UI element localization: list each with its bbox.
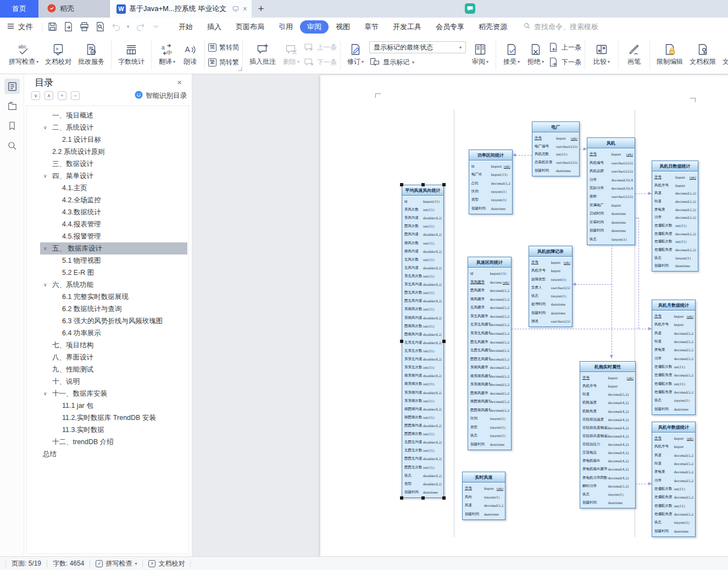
toc-item[interactable]: ∨五、 数据库设计 — [40, 242, 187, 254]
catalog-pane-icon[interactable] — [4, 98, 20, 114]
toc-item[interactable]: 6.3 强大的风势折线与风频玫瑰图 — [27, 315, 188, 327]
save-button[interactable] — [46, 20, 59, 34]
toc-item[interactable]: 4.5.报警管理 — [27, 230, 188, 242]
expand-level-icon[interactable]: + — [58, 91, 66, 100]
er-table[interactable]: 实时风速序号bigint(pk)风向tinyint(1)风速decimal(5,… — [462, 472, 505, 520]
er-table[interactable]: 风机日数据统计序号bigint(pk)风机序号bigint风速decimal(5… — [652, 161, 698, 272]
close-tab-icon[interactable]: × — [243, 4, 247, 13]
insert-comment-button[interactable]: 插入批注 — [246, 39, 279, 71]
ribbon-tab-审阅[interactable]: 审阅 — [300, 20, 329, 34]
ribbon-tab-开始[interactable]: 开始 — [171, 20, 200, 34]
toc-item[interactable]: 11.2.实时数据库 TrendDB 安装 — [27, 412, 188, 424]
er-table[interactable]: 平均风速风向统计idbigint(11)东风次数int(11)东风均速doubl… — [402, 185, 444, 498]
caret-button[interactable]: ▾ — [125, 20, 131, 34]
spell-check-button[interactable]: abc拼写检查▾ — [5, 39, 42, 71]
collapse-arrow-icon[interactable]: ∨ — [43, 125, 47, 130]
trad-to-simp-button[interactable]: 简繁转简 — [208, 41, 239, 53]
toc-item[interactable]: 6.2 数据统计与查询 — [27, 303, 188, 315]
selection-handle[interactable] — [421, 183, 425, 186]
show-markup-button[interactable]: 显示标记▾ — [369, 56, 466, 68]
toc-item[interactable]: 4.2.全场监控 — [27, 194, 188, 206]
er-table[interactable]: 风机序号bigint(pk)风机编号varchar(255)风机品牌varcha… — [587, 137, 635, 245]
spell-check-toggle[interactable]: ✓ 拼写检查 ▾ — [96, 559, 137, 568]
toc-item[interactable]: 11.1 jar 包 — [27, 400, 188, 412]
ribbon-tab-视图[interactable]: 视图 — [329, 20, 357, 34]
toc-item[interactable]: 2.2 系统设计原则 — [27, 146, 188, 158]
find-pane-icon[interactable] — [4, 138, 20, 153]
collapse-arrow-icon[interactable]: ∨ — [43, 282, 47, 287]
read-aloud-button[interactable]: A朗读 — [179, 39, 201, 71]
toc-item[interactable]: 4.3.数据统计 — [27, 206, 188, 218]
toc-item[interactable]: ∨十一、数据库安装 — [27, 388, 188, 400]
selection-handle[interactable] — [442, 496, 446, 500]
file-menu-button[interactable]: 文件 — [7, 22, 40, 32]
delete-comment-button[interactable]: 删除▾ — [279, 39, 303, 71]
review-pane-button[interactable]: 审阅▾ — [468, 39, 492, 71]
markup-state-select[interactable]: 显示标记的最终状态▾ — [369, 41, 466, 53]
er-table[interactable]: 功率区间统计idbigint(11)(pk)电厂idbigint(11)占比de… — [469, 150, 513, 214]
toc-item[interactable]: 十二、trendDB 介绍 — [27, 436, 188, 448]
collapse-arrow-icon[interactable]: ∨ — [43, 173, 47, 179]
collapse-arrow-icon[interactable]: ∨ — [43, 391, 47, 396]
next-comment-button[interactable]: 下一条 — [303, 56, 337, 68]
bookmark-pane-icon[interactable] — [4, 118, 20, 134]
toc-item[interactable]: ∨六、系统功能 — [27, 279, 188, 291]
toc-item[interactable]: 5.1 物理视图 — [27, 254, 188, 267]
tab-home[interactable]: 首页 — [0, 0, 38, 18]
tab-document[interactable]: W 基于Java+M...控系统 毕业论文 × — [110, 0, 252, 18]
toc-item[interactable]: 一、项目概述 — [27, 109, 188, 121]
toc-item[interactable]: 6.1 完整实时数据展现 — [27, 291, 188, 303]
restrict-editing-button[interactable]: 限制编辑 — [653, 39, 686, 71]
toc-pane-icon[interactable] — [4, 79, 20, 94]
toc-item[interactable]: 5.2 E-R 图 — [27, 267, 188, 279]
er-table[interactable]: 风机年数据统计序号bigint(pk)风机序号bigint风速decimal(5… — [652, 422, 696, 537]
smart-toc-button[interactable]: 智能识别目录 — [135, 91, 187, 101]
er-table[interactable]: 电厂序号bigint(pk)电厂编号varchar(255)风机总数int(11… — [532, 121, 580, 176]
selection-handle[interactable] — [400, 340, 403, 343]
toc-item[interactable]: ∨四、菜单设计 — [27, 170, 188, 182]
tab-docer[interactable]: 稻壳 — [38, 0, 110, 18]
doc-proofread-button[interactable]: a文档校对 — [42, 39, 75, 71]
selection-handle[interactable] — [400, 496, 403, 500]
toc-item[interactable]: 十、说明 — [27, 375, 188, 388]
prev-change-button[interactable]: 上一条 — [548, 41, 581, 53]
er-table[interactable]: 风机故障记录序号bigint(pk)风机序号bigint故障类型tinyint(… — [529, 246, 573, 327]
selection-handle[interactable] — [442, 340, 446, 343]
toc-item[interactable]: 6.4 功率展示 — [27, 327, 188, 339]
next-change-button[interactable]: 下一条 — [548, 56, 581, 68]
toc-item[interactable]: 4.1.主页 — [27, 182, 188, 194]
reject-change-button[interactable]: 拒绝▾ — [524, 39, 548, 71]
doc-proof-toggle[interactable]: × 文档校对 — [148, 559, 185, 568]
er-table[interactable]: 风速区间统计idbigint(11)东风频率decimal(5,2)(pk)西风… — [468, 257, 512, 450]
doc-permission-button[interactable]: 文档权限 — [686, 39, 719, 71]
word-count-button[interactable]: 字数统计 — [115, 39, 148, 71]
compare-button[interactable]: 比较▾ — [588, 39, 615, 71]
toc-item[interactable]: 三、数据设计 — [27, 158, 188, 170]
toc-item[interactable]: 九、性能测试 — [27, 363, 188, 375]
ribbon-tab-会员专享[interactable]: 会员专享 — [429, 20, 471, 34]
ribbon-tab-引用[interactable]: 引用 — [271, 20, 300, 34]
selection-handle[interactable] — [400, 183, 403, 186]
ribbon-tab-开发工具[interactable]: 开发工具 — [386, 20, 429, 34]
doc-certify-button[interactable]: 文档认证 — [719, 39, 728, 71]
service-icon[interactable] — [464, 3, 476, 16]
toc-item[interactable]: ∨二、系统设计 — [27, 121, 188, 134]
new-tab-button[interactable]: + — [252, 0, 270, 18]
translate-button[interactable]: a中翻译▾ — [155, 39, 179, 71]
undo-button[interactable] — [109, 20, 123, 34]
preview-button[interactable] — [93, 20, 107, 34]
prev-comment-button[interactable]: 上一条 — [303, 41, 337, 53]
toc-item[interactable]: 4.4.报表管理 — [27, 218, 188, 230]
toc-item[interactable]: 八、界面设计 — [27, 351, 188, 363]
selection-handle[interactable] — [421, 496, 425, 500]
ribbon-tab-稻壳资源[interactable]: 稻壳资源 — [471, 20, 514, 34]
toc-item[interactable]: 11.3.实时数据 — [27, 424, 188, 436]
redo-button[interactable] — [133, 20, 147, 34]
toc-close-icon[interactable]: × — [177, 78, 182, 87]
accept-change-button[interactable]: 接受▾ — [499, 39, 524, 71]
correction-service-button[interactable]: 批改服务 — [75, 39, 108, 71]
toc-item[interactable]: 2.1 设计目标 — [27, 134, 188, 146]
window-mode-icon[interactable] — [232, 5, 240, 13]
export-button[interactable] — [62, 20, 75, 34]
toc-item[interactable]: 七、项目结构 — [27, 339, 188, 351]
